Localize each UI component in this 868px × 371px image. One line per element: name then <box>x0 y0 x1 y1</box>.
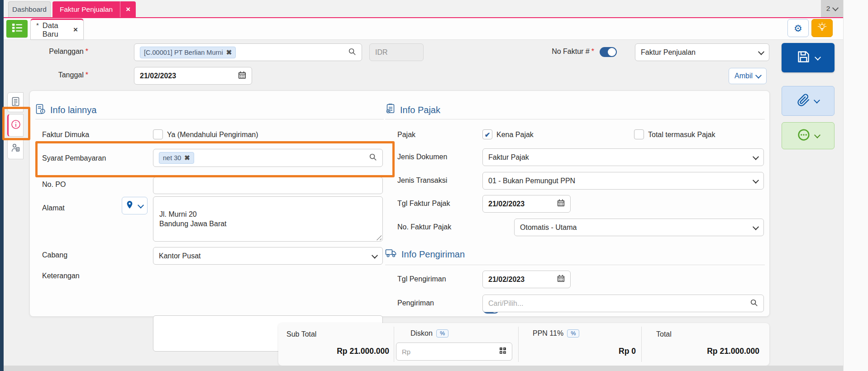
sub-total-label: Sub Total <box>286 330 316 338</box>
total-termasuk-option: Total termasuk Pajak <box>648 131 715 139</box>
diskon-input[interactable]: Rp <box>396 342 512 361</box>
bottom-scrollbar-strip[interactable] <box>4 366 843 371</box>
tab-dashboard[interactable]: Dashboard <box>8 1 51 17</box>
document-tab-data-baru[interactable]: * Data Baru × <box>30 19 84 40</box>
ambil-label: Ambil <box>734 72 753 80</box>
totals-bar: Sub Total Rp 21.000.000 Diskon % Rp PPN … <box>278 323 769 366</box>
no-po-input[interactable] <box>153 177 383 194</box>
document-tab-close-icon[interactable]: × <box>73 25 78 34</box>
jenis-transaksi-label: Jenis Transaksi <box>397 176 447 185</box>
alamat-textarea[interactable]: Jl. Murni 20 Bandung Jawa Barat <box>153 196 383 242</box>
chevron-down-icon <box>372 252 378 258</box>
search-icon[interactable] <box>348 48 356 57</box>
required-mark: * <box>591 48 594 55</box>
save-button[interactable] <box>782 43 835 72</box>
more-actions-button[interactable] <box>782 122 835 149</box>
list-view-button[interactable] <box>6 20 28 38</box>
unsaved-marker: * <box>36 21 39 29</box>
tgl-pengiriman-value: 21/02/2023 <box>488 276 525 284</box>
left-edge-strip <box>0 0 4 371</box>
jenis-dokumen-select[interactable]: Faktur Pajak <box>482 148 764 166</box>
info-card: Info lainnya Faktur Dimuka Ya (Mendahulu… <box>29 90 770 317</box>
pelanggan-chip[interactable]: [C.00001] PT Berlian Murni ✖ <box>140 47 236 58</box>
truck-icon <box>385 248 397 260</box>
info-pengiriman-heading: Info Pengiriman <box>385 248 465 260</box>
app-window: Dashboard Faktur Penjualan × 2 * Data Ba… <box>0 0 868 371</box>
chevron-down-icon <box>755 72 762 79</box>
jenis-dokumen-label: Jenis Dokumen <box>397 153 447 161</box>
tab-faktur-penjualan[interactable]: Faktur Penjualan × <box>52 1 136 17</box>
tgl-pengiriman-label: Tgl Pengiriman <box>397 275 446 283</box>
total-termasuk-checkbox[interactable] <box>634 129 644 139</box>
required-mark: * <box>86 48 88 55</box>
chevron-down-icon <box>753 177 759 183</box>
faktur-dimuka-checkbox[interactable] <box>153 129 163 139</box>
info-icon <box>11 119 21 131</box>
divider <box>518 327 519 362</box>
diskon-prefix: Rp <box>402 348 410 356</box>
attachment-button[interactable] <box>782 86 835 116</box>
divider <box>385 265 765 265</box>
cabang-value: Kantor Pusat <box>159 252 201 260</box>
calendar-icon[interactable] <box>557 199 565 209</box>
window-count: 2 <box>826 5 830 13</box>
settings-button[interactable]: ⚙ <box>787 19 809 37</box>
calendar-icon[interactable] <box>557 275 565 284</box>
diskon-percent-badge[interactable]: % <box>436 329 448 338</box>
search-icon[interactable] <box>369 153 377 163</box>
sidetab-info[interactable] <box>7 114 24 137</box>
total-value: Rp 21.000.000 <box>641 347 759 356</box>
cabang-select[interactable]: Kantor Pusat <box>153 247 383 265</box>
resize-handle[interactable] <box>376 235 382 240</box>
tanggal-input[interactable]: 21/02/2023 <box>134 67 252 85</box>
list-icon <box>12 23 23 34</box>
no-faktur-pajak-select[interactable]: Otomatis - Utama <box>514 219 764 236</box>
syarat-chip-label: net 30 <box>163 154 181 162</box>
ellipsis-circle-icon <box>797 128 811 143</box>
no-faktur-toggle[interactable] <box>600 47 617 57</box>
search-icon[interactable] <box>750 299 758 309</box>
calculator-grid-icon[interactable] <box>499 347 506 356</box>
kena-pajak-checkbox[interactable]: ✔ <box>482 129 492 139</box>
right-scroll-area[interactable] <box>843 0 868 371</box>
divider <box>385 119 765 119</box>
chip-remove-icon[interactable]: ✖ <box>184 154 190 162</box>
chevron-down-icon <box>138 202 144 208</box>
tanggal-label: Tanggal* <box>14 71 88 79</box>
document-icon <box>11 97 20 108</box>
syarat-chip[interactable]: net 30 ✖ <box>159 152 194 164</box>
total-label: Total <box>656 330 672 338</box>
calendar-icon[interactable] <box>238 71 246 81</box>
sidetab-document[interactable] <box>7 92 24 112</box>
faktur-dimuka-label: Faktur Dimuka <box>42 131 89 139</box>
tab-faktur-penjualan-label: Faktur Penjualan <box>52 1 120 17</box>
jenis-transaksi-select[interactable]: 01 - Bukan Pemungut PPN <box>482 172 764 190</box>
alamat-pin-dropdown[interactable] <box>122 197 148 214</box>
pelanggan-label: Pelanggan* <box>14 48 88 56</box>
ppn-percent-badge[interactable]: % <box>567 329 579 338</box>
tgl-pengiriman-input[interactable]: 21/02/2023 <box>482 271 571 288</box>
pengiriman-search-input[interactable]: Cari/Pilih... <box>482 295 764 312</box>
pengiriman-label: Pengiriman <box>397 299 434 307</box>
person-icon <box>11 143 20 155</box>
lightbulb-icon <box>817 22 827 35</box>
chip-remove-icon[interactable]: ✖ <box>226 48 232 57</box>
transaction-type-select[interactable]: Faktur Penjualan <box>635 43 769 61</box>
diskon-label: Diskon % <box>410 329 448 338</box>
sidetab-salesman[interactable] <box>7 138 24 159</box>
tab-close-icon[interactable]: × <box>120 1 136 17</box>
no-po-label: No. PO <box>42 181 66 189</box>
pelanggan-input[interactable]: [C.00001] PT Berlian Murni ✖ <box>134 43 362 61</box>
syarat-pembayaran-input[interactable]: net 30 ✖ <box>153 149 383 167</box>
chevron-down-icon <box>814 132 820 138</box>
faktur-dimuka-option: Ya (Mendahului Pengiriman) <box>167 131 258 139</box>
location-pin-icon <box>126 200 133 211</box>
chevron-down-icon <box>832 5 839 11</box>
ambil-button[interactable]: Ambil <box>729 68 767 84</box>
tgl-faktur-pajak-input[interactable]: 21/02/2023 <box>482 195 571 213</box>
save-icon <box>796 49 811 66</box>
doc-info-icon <box>35 104 46 117</box>
window-count-dropdown[interactable]: 2 <box>821 0 843 17</box>
document-tab-label: Data Baru <box>43 21 70 38</box>
tips-button[interactable] <box>811 19 833 37</box>
